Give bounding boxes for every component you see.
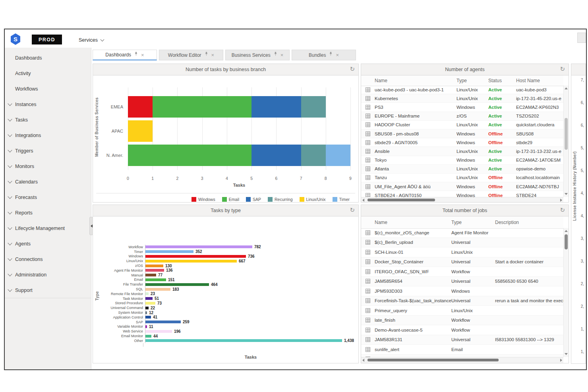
bar-file-transfer[interactable]: [145, 283, 209, 286]
sidebar-item-workflows[interactable]: Workflows: [5, 81, 91, 97]
column-type[interactable]: Type: [451, 220, 495, 225]
legend-item-email[interactable]: Email: [222, 197, 239, 202]
sidebar-item-agents[interactable]: Agents: [5, 236, 91, 251]
legend-item-linux-unix[interactable]: Linux/Unix: [300, 197, 326, 202]
refresh-icon[interactable]: ↻: [560, 207, 565, 214]
bar-segment-sap[interactable]: [251, 145, 301, 166]
legend-item-windows[interactable]: Windows: [191, 197, 215, 202]
refresh-icon[interactable]: ↻: [350, 207, 355, 214]
scroll-right-icon[interactable]: [560, 199, 562, 202]
scroll-up-icon[interactable]: [565, 87, 568, 89]
bar-variable-monitor[interactable]: [145, 325, 147, 328]
sidebar-item-connections[interactable]: Connections: [5, 251, 91, 267]
table-row[interactable]: late_finishWorkflow: [361, 316, 563, 326]
bar-universal-command[interactable]: [145, 307, 149, 309]
bar-segment-recurring[interactable]: [301, 145, 326, 166]
pin-icon[interactable]: [134, 52, 138, 56]
scrollbar-thumb[interactable]: [368, 199, 435, 201]
bar-linux-unix[interactable]: [145, 260, 237, 263]
sidebar-item-lifecycle-management[interactable]: Lifecycle Management: [5, 220, 91, 236]
table-row[interactable]: AnsibleLinux/UnixActiveip-172-31-13-232.…: [361, 147, 563, 156]
table-row[interactable]: Demo-Avant-usecase-5Workflow: [361, 325, 563, 335]
table-row[interactable]: ITERGO_OFAC_SDN_WFWorkflow: [361, 267, 563, 277]
table-row[interactable]: JAM585R654Universal55856530 6530 6540: [361, 277, 563, 287]
bar-segment-recurring[interactable]: [301, 96, 326, 118]
column-name[interactable]: Name: [375, 78, 456, 83]
bar-task-monitor[interactable]: [145, 297, 153, 300]
vertical-scrollbar[interactable]: [563, 228, 569, 357]
sidebar-item-forecasts[interactable]: Forecasts: [5, 189, 91, 205]
scrollbar-thumb[interactable]: [565, 118, 568, 150]
bar-manual[interactable]: [145, 274, 156, 276]
table-row[interactable]: TanzuLinux/UnixOfflinelocalhost.localdom…: [361, 174, 563, 182]
refresh-icon[interactable]: ↻: [560, 66, 565, 73]
bar-application-control[interactable]: [145, 316, 151, 319]
table-row[interactable]: STBDE24 - AGNT0150WindowsOfflineSTBDE24: [361, 191, 563, 197]
services-menu[interactable]: Services: [79, 37, 104, 43]
bar-segment-windows[interactable]: [128, 96, 153, 118]
scroll-up-icon[interactable]: [565, 230, 568, 232]
tab-workflow-editor[interactable]: Workflow Editor×: [159, 50, 223, 60]
table-row[interactable]: EUROPE - Mainframez/OSActiveTSZOS202: [361, 112, 563, 121]
table-row[interactable]: $(c)_Berlin_uploadUniversal: [361, 238, 563, 248]
horizontal-scrollbar[interactable]: [361, 197, 563, 202]
table-row[interactable]: HADOOP ClusterLinux/UnixActivequickstart…: [361, 121, 563, 129]
table-row[interactable]: AtlantaLinux/UnixActiveopswise-demo: [361, 165, 563, 174]
legend-item-recurring[interactable]: Recurring: [268, 197, 293, 202]
legend-item-timer[interactable]: Timer: [333, 197, 350, 202]
scroll-left-icon[interactable]: [362, 199, 364, 202]
table-row[interactable]: JPM593D303Windows: [361, 286, 563, 296]
sidebar-item-support[interactable]: Support: [5, 282, 91, 298]
table-row[interactable]: PS3WindowsActiveEC2AMAZ-KP602N3: [361, 103, 563, 112]
bar-segment-timer[interactable]: [326, 145, 350, 166]
sidebar-item-activity[interactable]: Activity: [5, 66, 91, 81]
table-row[interactable]: sunlife_alertEmail: [361, 345, 563, 355]
table-row[interactable]: $(c)_monitor_zOS_changeAgent File Monito…: [361, 228, 563, 238]
scroll-left-icon[interactable]: [362, 359, 364, 362]
bar-email[interactable]: [145, 278, 166, 281]
bar-segment-email[interactable]: [128, 145, 251, 166]
pin-icon[interactable]: [329, 52, 333, 56]
bar-segment-linux-unix[interactable]: [128, 120, 153, 142]
bar-web-service[interactable]: [145, 330, 172, 333]
bar-sap[interactable]: [145, 321, 181, 323]
sidebar-item-tasks[interactable]: Tasks: [5, 112, 91, 127]
tab-dashboards[interactable]: Dashboards×: [93, 50, 157, 60]
tab-bundles[interactable]: Bundles×: [292, 50, 356, 60]
tab-business-services[interactable]: Business Services×: [225, 50, 290, 60]
scroll-down-icon[interactable]: [565, 353, 568, 355]
refresh-icon[interactable]: ↻: [350, 66, 355, 73]
sidebar-item-integrations[interactable]: Integrations: [5, 127, 91, 143]
sidebar-item-administration[interactable]: Administration: [5, 267, 91, 282]
close-icon[interactable]: ×: [141, 52, 144, 58]
bar-email-monitor[interactable]: [145, 335, 151, 338]
column-type[interactable]: Type: [456, 78, 488, 83]
table-row[interactable]: SCH-Linux-01Linux/Unix: [361, 247, 563, 257]
column-status[interactable]: Status: [488, 78, 516, 83]
table-row[interactable]: Forcefinish-Task-$(uac_task_instance)Uni…: [361, 296, 563, 306]
sidebar-item-triggers[interactable]: Triggers: [5, 143, 91, 158]
bar-segment-email[interactable]: [153, 96, 251, 118]
pin-icon[interactable]: [205, 52, 208, 56]
bar-workflow[interactable]: [145, 245, 252, 248]
bar-windows[interactable]: [145, 255, 246, 258]
horizontal-scrollbar[interactable]: [361, 357, 563, 363]
bar-other[interactable]: [145, 339, 342, 342]
column-description[interactable]: Description: [495, 220, 563, 225]
vertical-scrollbar[interactable]: [563, 85, 569, 197]
sidebar-item-calendars[interactable]: Calendars: [5, 174, 91, 189]
sidebar-item-monitors[interactable]: Monitors: [5, 158, 91, 174]
table-row[interactable]: JAM583R131UniversalI5831300 55831300 -->…: [361, 335, 563, 345]
scroll-right-icon[interactable]: [560, 359, 562, 362]
scrollbar-thumb[interactable]: [565, 234, 568, 249]
bar-timer[interactable]: [145, 250, 193, 253]
table-row[interactable]: KubernetesLinux/UnixActiveip-172-31-45-2…: [361, 94, 563, 103]
sidebar-item-reports[interactable]: Reports: [5, 205, 91, 220]
column-name[interactable]: Name: [375, 220, 451, 225]
close-icon[interactable]: ×: [211, 52, 215, 58]
close-icon[interactable]: ×: [336, 52, 339, 58]
sidebar-item-dashboards[interactable]: Dashboards: [5, 50, 91, 66]
table-row[interactable]: TokyoWindowsActiveEC2AMAZ-1ATOESM: [361, 156, 563, 165]
table-row[interactable]: UM_File_Agent ÄÖÜ & äöüWindowsOfflineEC2…: [361, 182, 563, 191]
table-row[interactable]: SBUS08 - pm-sbus08WindowsOfflineSBUS08: [361, 129, 563, 138]
